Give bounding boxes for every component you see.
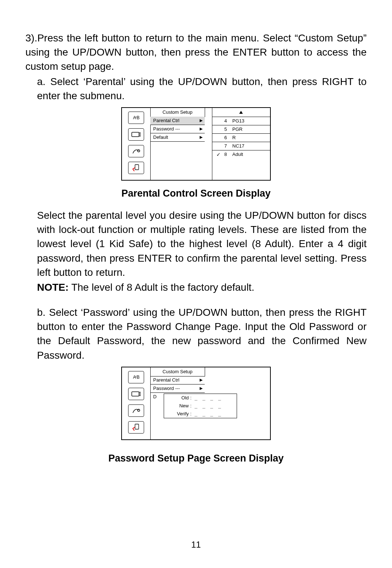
rating-num: 5 xyxy=(224,126,232,132)
rating-icon xyxy=(128,162,144,174)
paragraph-note: NOTE: The level of 8 Adult is the factor… xyxy=(25,280,367,294)
manual-page: 3).Press the left button to return to th… xyxy=(0,0,392,568)
video-icon xyxy=(128,388,144,400)
rating-pg13[interactable]: 4 PG13 xyxy=(212,117,270,125)
rating-nc17[interactable]: 7 NC17 xyxy=(212,142,270,150)
figure-caption-parental: Parental Control Screen Display xyxy=(25,188,367,199)
svg-rect-4 xyxy=(132,392,139,396)
audio-icon xyxy=(128,145,144,157)
audio-icon xyxy=(128,404,144,417)
svg-rect-7 xyxy=(135,424,139,429)
svg-rect-5 xyxy=(139,392,140,396)
check-icon: ✓ xyxy=(216,152,221,157)
pw-field-value: _ _ _ _ xyxy=(195,403,222,408)
menu-item-label: Default xyxy=(153,134,168,140)
menu-item-label: Parental Ctrl xyxy=(153,118,179,123)
paragraph-parental-instructions: Select the parental level you desire usi… xyxy=(25,208,367,279)
screen-title: Custom Setup xyxy=(150,108,205,117)
arrow-right-icon: ▶ xyxy=(200,135,203,140)
menu-parental-ctrl[interactable]: Parental Ctrl ▶ xyxy=(150,376,205,384)
password-setup-screen: Custom Setup Parental Ctrl ▶ Password --… xyxy=(121,367,271,440)
arrow-right-icon: ▶ xyxy=(200,378,203,382)
pw-field-value: _ _ _ _ xyxy=(195,395,222,400)
password-dialog: Old : _ _ _ _ New : _ _ _ _ Verify : _ _… xyxy=(164,394,237,418)
parental-control-screen: Custom Setup Parental Ctrl ▶ Password --… xyxy=(121,107,271,181)
menu-item-label: Password --- xyxy=(153,126,180,132)
svg-rect-3 xyxy=(135,165,139,170)
svg-point-2 xyxy=(138,150,140,152)
video-icon xyxy=(128,128,144,141)
note-label: NOTE: xyxy=(37,282,69,293)
rating-label: PGR xyxy=(232,126,258,132)
paragraph-step-a: a. Select ‘Parental’ using the UP/DOWN b… xyxy=(25,74,367,103)
rating-label: NC17 xyxy=(232,143,258,149)
paragraph-step3: 3).Press the left button to return to th… xyxy=(25,31,367,74)
svg-rect-0 xyxy=(132,132,139,137)
screen-sidebar xyxy=(122,108,151,180)
screen-title: Custom Setup xyxy=(150,367,205,376)
rating-num: 4 xyxy=(224,118,232,124)
rating-label: R xyxy=(232,135,258,140)
scroll-up-header[interactable] xyxy=(212,108,270,117)
note-body: The level of 8 Adult is the factory defa… xyxy=(69,282,254,293)
rating-r[interactable]: 6 R xyxy=(212,134,270,142)
rating-label: Adult xyxy=(232,152,258,157)
rating-icon xyxy=(128,421,144,434)
rating-num: 6 xyxy=(224,135,232,140)
svg-rect-1 xyxy=(139,133,140,136)
paragraph-step-b: b. Select ‘Password’ using the UP/DOWN b… xyxy=(25,305,367,362)
language-icon xyxy=(128,371,144,383)
scroll-up-icon xyxy=(239,111,243,114)
menu-password[interactable]: Password --- ▶ xyxy=(150,384,205,393)
pw-field-label: New xyxy=(167,403,189,408)
pw-field-value: _ _ _ _ xyxy=(195,411,222,416)
menu-password[interactable]: Password --- ▶ xyxy=(150,125,205,133)
pw-old-row[interactable]: Old : _ _ _ _ xyxy=(164,394,237,402)
colon: : xyxy=(190,395,195,400)
rating-label: PG13 xyxy=(232,118,258,124)
language-icon xyxy=(128,112,144,124)
menu-item-label: Parental Ctrl xyxy=(153,377,179,383)
menu-parental-ctrl[interactable]: Parental Ctrl ▶ xyxy=(150,117,205,125)
menu-item-label: D xyxy=(153,394,156,399)
rating-column: 4 PG13 5 PGR 6 R 7 NC17 ✓ 8 Adult xyxy=(212,108,270,158)
divider xyxy=(205,108,212,180)
pw-new-row[interactable]: New : _ _ _ _ xyxy=(164,402,237,410)
colon: : xyxy=(190,403,195,408)
arrow-right-icon: ▶ xyxy=(200,118,203,123)
menu-item-label: Password --- xyxy=(153,386,180,391)
menu-column: Parental Ctrl ▶ Password --- ▶ Default ▶ xyxy=(150,117,205,142)
rating-adult[interactable]: ✓ 8 Adult xyxy=(212,150,270,158)
figure-caption-password: Password Setup Page Screen Display xyxy=(25,453,367,464)
rating-num: 8 xyxy=(224,152,232,157)
menu-default[interactable]: Default ▶ xyxy=(150,133,205,142)
arrow-right-icon: ▶ xyxy=(200,386,203,391)
screen-sidebar xyxy=(122,367,151,439)
rating-pgr[interactable]: 5 PGR xyxy=(212,125,270,134)
pw-field-label: Old xyxy=(167,395,189,400)
colon: : xyxy=(190,411,195,416)
page-number: 11 xyxy=(0,540,392,550)
pw-verify-row[interactable]: Verify : _ _ _ _ xyxy=(164,410,237,418)
pw-field-label: Verify xyxy=(167,411,189,416)
arrow-right-icon: ▶ xyxy=(200,126,203,131)
rating-num: 7 xyxy=(224,143,232,149)
svg-point-6 xyxy=(138,409,140,411)
